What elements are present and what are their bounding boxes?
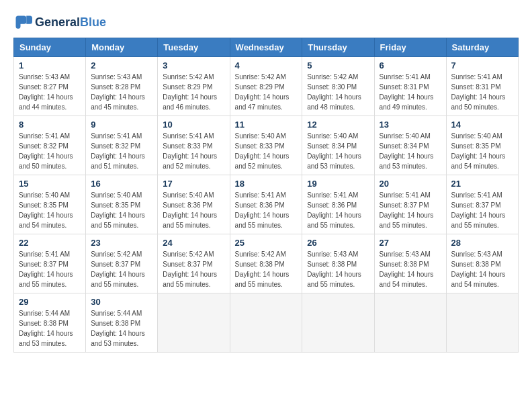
- col-header-thursday: Thursday: [302, 38, 374, 57]
- day-info: Sunrise: 5:41 AMSunset: 8:32 PMDaylight:…: [91, 131, 152, 171]
- calendar-cell: 6Sunrise: 5:41 AMSunset: 8:31 PMDaylight…: [374, 57, 446, 116]
- day-number: 7: [451, 60, 513, 71]
- day-number: 18: [235, 179, 298, 189]
- calendar-cell: 12Sunrise: 5:40 AMSunset: 8:34 PMDayligh…: [302, 116, 374, 175]
- day-number: 27: [380, 238, 441, 248]
- calendar-cell: 13Sunrise: 5:40 AMSunset: 8:34 PMDayligh…: [374, 116, 446, 175]
- calendar-cell: 20Sunrise: 5:41 AMSunset: 8:37 PMDayligh…: [374, 175, 446, 234]
- day-info: Sunrise: 5:41 AMSunset: 8:37 PMDaylight:…: [451, 190, 513, 230]
- day-info: Sunrise: 5:40 AMSunset: 8:35 PMDaylight:…: [451, 131, 513, 171]
- day-number: 10: [163, 120, 224, 130]
- day-info: Sunrise: 5:41 AMSunset: 8:33 PMDaylight:…: [163, 131, 224, 171]
- day-info: Sunrise: 5:40 AMSunset: 8:34 PMDaylight:…: [380, 131, 441, 171]
- day-number: 25: [235, 238, 298, 248]
- day-number: 26: [307, 238, 369, 248]
- logo-icon: [13, 13, 32, 32]
- calendar-table: SundayMondayTuesdayWednesdayThursdayFrid…: [13, 38, 519, 353]
- week-row-5: 29Sunrise: 5:44 AMSunset: 8:38 PMDayligh…: [14, 293, 519, 353]
- calendar-cell: 26Sunrise: 5:43 AMSunset: 8:38 PMDayligh…: [302, 234, 374, 293]
- calendar-cell: 24Sunrise: 5:42 AMSunset: 8:37 PMDayligh…: [158, 234, 230, 293]
- day-number: 24: [163, 238, 224, 248]
- day-info: Sunrise: 5:43 AMSunset: 8:38 PMDaylight:…: [451, 249, 513, 289]
- col-header-wednesday: Wednesday: [230, 38, 302, 57]
- calendar-cell: [374, 293, 446, 353]
- col-header-saturday: Saturday: [446, 38, 518, 57]
- calendar-cell: 21Sunrise: 5:41 AMSunset: 8:37 PMDayligh…: [446, 175, 518, 234]
- col-header-friday: Friday: [374, 38, 446, 57]
- day-number: 15: [19, 179, 81, 189]
- header: GeneralBlue: [13, 13, 519, 32]
- day-info: Sunrise: 5:44 AMSunset: 8:38 PMDaylight:…: [91, 308, 152, 349]
- calendar-cell: [446, 293, 518, 353]
- day-number: 17: [163, 179, 224, 189]
- calendar-cell: 17Sunrise: 5:40 AMSunset: 8:36 PMDayligh…: [158, 175, 230, 234]
- day-info: Sunrise: 5:40 AMSunset: 8:35 PMDaylight:…: [91, 190, 152, 230]
- day-number: 2: [91, 60, 152, 71]
- day-info: Sunrise: 5:43 AMSunset: 8:38 PMDaylight:…: [380, 249, 441, 289]
- day-info: Sunrise: 5:42 AMSunset: 8:30 PMDaylight:…: [307, 72, 369, 112]
- calendar-cell: 7Sunrise: 5:41 AMSunset: 8:31 PMDaylight…: [446, 57, 518, 116]
- day-info: Sunrise: 5:43 AMSunset: 8:28 PMDaylight:…: [91, 72, 152, 112]
- day-number: 5: [307, 60, 369, 71]
- week-row-4: 22Sunrise: 5:41 AMSunset: 8:37 PMDayligh…: [14, 234, 519, 293]
- day-number: 29: [19, 297, 81, 307]
- week-row-3: 15Sunrise: 5:40 AMSunset: 8:35 PMDayligh…: [14, 175, 519, 234]
- day-info: Sunrise: 5:41 AMSunset: 8:36 PMDaylight:…: [235, 190, 298, 230]
- day-number: 21: [451, 179, 513, 189]
- day-info: Sunrise: 5:42 AMSunset: 8:37 PMDaylight:…: [163, 249, 224, 289]
- calendar-cell: 28Sunrise: 5:43 AMSunset: 8:38 PMDayligh…: [446, 234, 518, 293]
- calendar-cell: 30Sunrise: 5:44 AMSunset: 8:38 PMDayligh…: [86, 293, 158, 353]
- week-row-2: 8Sunrise: 5:41 AMSunset: 8:32 PMDaylight…: [14, 116, 519, 175]
- day-number: 8: [19, 120, 81, 130]
- col-header-tuesday: Tuesday: [158, 38, 230, 57]
- logo-text: GeneralBlue: [35, 16, 106, 30]
- day-info: Sunrise: 5:42 AMSunset: 8:38 PMDaylight:…: [235, 249, 298, 289]
- day-info: Sunrise: 5:41 AMSunset: 8:31 PMDaylight:…: [451, 72, 513, 112]
- day-info: Sunrise: 5:40 AMSunset: 8:35 PMDaylight:…: [19, 190, 81, 230]
- calendar-cell: 19Sunrise: 5:41 AMSunset: 8:36 PMDayligh…: [302, 175, 374, 234]
- calendar-cell: 25Sunrise: 5:42 AMSunset: 8:38 PMDayligh…: [230, 234, 302, 293]
- day-number: 23: [91, 238, 152, 248]
- calendar-cell: 29Sunrise: 5:44 AMSunset: 8:38 PMDayligh…: [14, 293, 86, 353]
- calendar-cell: 2Sunrise: 5:43 AMSunset: 8:28 PMDaylight…: [86, 57, 158, 116]
- header-row: SundayMondayTuesdayWednesdayThursdayFrid…: [14, 38, 519, 57]
- day-info: Sunrise: 5:43 AMSunset: 8:27 PMDaylight:…: [19, 72, 81, 112]
- calendar-cell: 15Sunrise: 5:40 AMSunset: 8:35 PMDayligh…: [14, 175, 86, 234]
- col-header-monday: Monday: [86, 38, 158, 57]
- day-number: 19: [307, 179, 369, 189]
- day-info: Sunrise: 5:42 AMSunset: 8:29 PMDaylight:…: [235, 72, 298, 112]
- calendar-cell: [302, 293, 374, 353]
- day-info: Sunrise: 5:40 AMSunset: 8:33 PMDaylight:…: [235, 131, 298, 171]
- week-row-1: 1Sunrise: 5:43 AMSunset: 8:27 PMDaylight…: [14, 57, 519, 116]
- day-number: 1: [19, 60, 81, 71]
- day-number: 3: [163, 60, 224, 71]
- day-number: 16: [91, 179, 152, 189]
- day-number: 9: [91, 120, 152, 130]
- day-info: Sunrise: 5:43 AMSunset: 8:38 PMDaylight:…: [307, 249, 369, 289]
- calendar-cell: [158, 293, 230, 353]
- calendar-cell: 16Sunrise: 5:40 AMSunset: 8:35 PMDayligh…: [86, 175, 158, 234]
- day-number: 22: [19, 238, 81, 248]
- day-info: Sunrise: 5:41 AMSunset: 8:36 PMDaylight:…: [307, 190, 369, 230]
- calendar-cell: 11Sunrise: 5:40 AMSunset: 8:33 PMDayligh…: [230, 116, 302, 175]
- day-number: 13: [380, 120, 441, 130]
- day-number: 4: [235, 60, 298, 71]
- logo: GeneralBlue: [13, 13, 106, 32]
- day-info: Sunrise: 5:41 AMSunset: 8:32 PMDaylight:…: [19, 131, 81, 171]
- day-number: 14: [451, 120, 513, 130]
- day-info: Sunrise: 5:40 AMSunset: 8:36 PMDaylight:…: [163, 190, 224, 230]
- calendar-cell: 1Sunrise: 5:43 AMSunset: 8:27 PMDaylight…: [14, 57, 86, 116]
- day-info: Sunrise: 5:41 AMSunset: 8:31 PMDaylight:…: [380, 72, 441, 112]
- day-number: 20: [380, 179, 441, 189]
- day-number: 6: [380, 60, 441, 71]
- day-info: Sunrise: 5:41 AMSunset: 8:37 PMDaylight:…: [19, 249, 81, 289]
- day-info: Sunrise: 5:42 AMSunset: 8:37 PMDaylight:…: [91, 249, 152, 289]
- calendar-cell: [230, 293, 302, 353]
- calendar-cell: 14Sunrise: 5:40 AMSunset: 8:35 PMDayligh…: [446, 116, 518, 175]
- day-info: Sunrise: 5:40 AMSunset: 8:34 PMDaylight:…: [307, 131, 369, 171]
- day-info: Sunrise: 5:44 AMSunset: 8:38 PMDaylight:…: [19, 308, 81, 349]
- day-number: 30: [91, 297, 152, 307]
- calendar-cell: 22Sunrise: 5:41 AMSunset: 8:37 PMDayligh…: [14, 234, 86, 293]
- calendar-cell: 18Sunrise: 5:41 AMSunset: 8:36 PMDayligh…: [230, 175, 302, 234]
- calendar-cell: 4Sunrise: 5:42 AMSunset: 8:29 PMDaylight…: [230, 57, 302, 116]
